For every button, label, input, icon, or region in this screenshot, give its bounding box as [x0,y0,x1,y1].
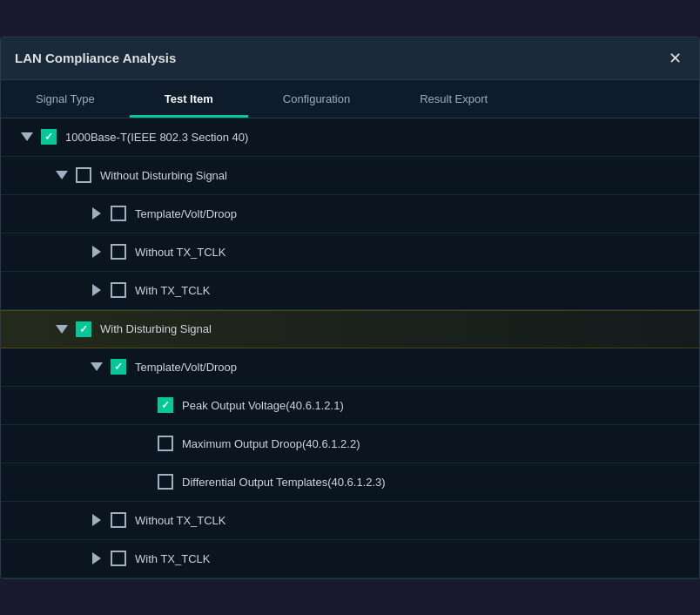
label-without-tx-tclk-2: Without TX_TCLK [135,514,226,527]
tab-test-item[interactable]: Test Item [130,80,248,118]
tree-row-with-disturbing: With Disturbing Signal [1,310,699,348]
label-template-volt-1: Template/Volt/Droop [135,207,237,220]
title-bar: LAN Compliance Analysis ✕ [1,37,699,80]
checkbox-root[interactable] [41,129,57,145]
arrow-right-icon [92,246,101,258]
arrow-down-icon [56,325,68,334]
checkbox-without-tx-tclk-1[interactable] [111,244,126,260]
expand-with-tx-tclk-1[interactable] [88,281,105,299]
label-max-droop: Maximum Output Droop(40.6.1.2.2) [182,437,360,450]
expand-template-volt-1[interactable] [88,205,105,222]
dialog-title: LAN Compliance Analysis [15,51,176,65]
arrow-down-icon [91,362,103,371]
arrow-down-icon [56,171,68,179]
checkbox-with-disturbing[interactable] [76,321,91,337]
expand-template-volt-2[interactable] [88,358,105,375]
label-without-disturbing: Without Disturbing Signal [100,169,227,182]
checkbox-peak-output[interactable] [158,397,173,413]
expand-root[interactable] [18,128,36,145]
tree-row-template-volt-2: Template/Volt/Droop [1,348,699,387]
arrow-right-icon [92,207,101,220]
checkbox-diff-templates[interactable] [158,474,173,490]
tab-result-export[interactable]: Result Export [385,80,522,118]
tab-bar: Signal Type Test Item Configuration Resu… [1,80,699,118]
close-button[interactable]: ✕ [664,48,685,69]
checkbox-without-disturbing[interactable] [76,167,91,183]
checkbox-template-volt-1[interactable] [111,206,126,221]
tree-row-with-tx-tclk-2: With TX_TCLK [1,540,699,578]
tree-row-without-disturbing: Without Disturbing Signal [1,157,699,195]
tree-content: 1000Base-T(IEEE 802.3 Section 40) Withou… [1,118,699,578]
tree-row-root: 1000Base-T(IEEE 802.3 Section 40) [1,118,699,157]
lan-compliance-dialog: LAN Compliance Analysis ✕ Signal Type Te… [0,37,700,579]
checkbox-without-tx-tclk-2[interactable] [111,512,126,528]
arrow-right-icon [92,552,101,564]
label-template-volt-2: Template/Volt/Droop [135,361,237,374]
label-with-disturbing: With Disturbing Signal [100,322,212,335]
label-diff-templates: Differential Output Templates(40.6.1.2.3… [182,476,386,489]
checkbox-with-tx-tclk-1[interactable] [111,282,126,298]
expand-with-disturbing[interactable] [53,321,71,338]
tree-row-peak-output: Peak Output Voltage(40.6.1.2.1) [1,387,699,425]
label-root: 1000Base-T(IEEE 802.3 Section 40) [65,131,248,144]
checkbox-with-tx-tclk-2[interactable] [111,551,126,566]
tree-row-max-droop: Maximum Output Droop(40.6.1.2.2) [1,425,699,463]
label-with-tx-tclk-2: With TX_TCLK [135,552,210,565]
tree-row-diff-templates: Differential Output Templates(40.6.1.2.3… [1,463,699,502]
expand-without-tx-tclk-1[interactable] [88,243,105,260]
arrow-down-icon [21,132,33,141]
expand-without-disturbing[interactable] [53,166,71,184]
label-with-tx-tclk-1: With TX_TCLK [135,284,210,297]
tree-row-template-volt-1: Template/Volt/Droop [1,195,699,233]
arrow-right-icon [92,284,101,296]
tab-configuration[interactable]: Configuration [248,80,385,118]
expand-without-tx-tclk-2[interactable] [88,511,105,529]
tree-row-with-tx-tclk-1: With TX_TCLK [1,272,699,310]
arrow-right-icon [92,514,101,526]
tree-row-without-tx-tclk-2: Without TX_TCLK [1,502,699,540]
label-without-tx-tclk-1: Without TX_TCLK [135,246,226,259]
tab-signal-type[interactable]: Signal Type [1,80,130,118]
tree-row-without-tx-tclk-1: Without TX_TCLK [1,233,699,272]
expand-with-tx-tclk-2[interactable] [88,550,105,567]
label-peak-output: Peak Output Voltage(40.6.1.2.1) [182,399,344,412]
checkbox-template-volt-2[interactable] [111,359,126,375]
checkbox-max-droop[interactable] [158,436,173,451]
